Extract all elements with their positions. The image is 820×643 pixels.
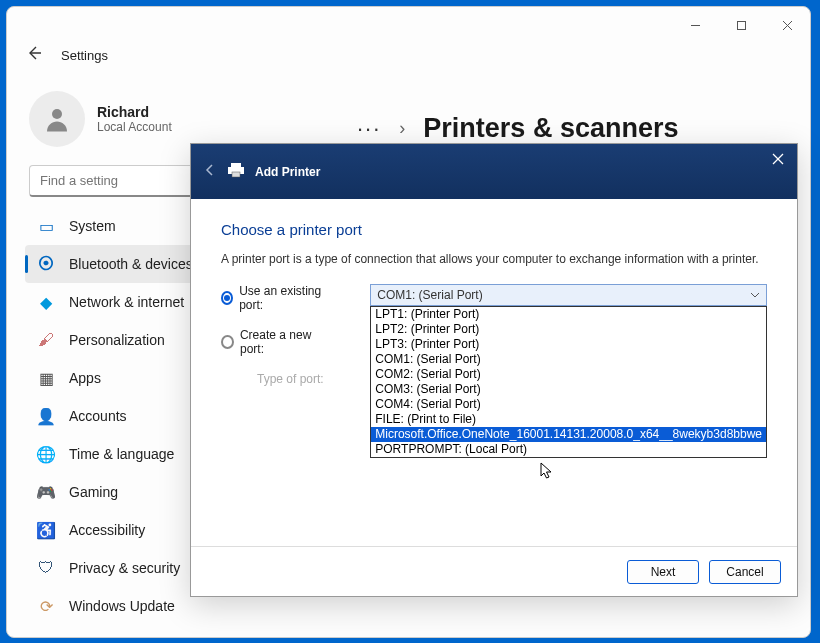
breadcrumb: ··· › Printers & scanners	[357, 113, 780, 144]
printer-icon	[227, 162, 245, 182]
port-combobox[interactable]: COM1: (Serial Port)	[370, 284, 767, 306]
add-printer-dialog: Add Printer Choose a printer port A prin…	[190, 143, 798, 597]
breadcrumb-overflow[interactable]: ···	[357, 116, 381, 142]
globe-icon: 🌐	[37, 445, 55, 464]
list-item[interactable]: LPT1: (Printer Port)	[371, 307, 766, 322]
close-button[interactable]	[764, 10, 810, 40]
maximize-button[interactable]	[718, 10, 764, 40]
dialog-title: Add Printer	[255, 165, 320, 179]
dialog-back-button[interactable]	[203, 163, 217, 181]
radio-use-existing-port[interactable]: Use an existing port:	[221, 284, 328, 312]
accessibility-icon: ♿	[37, 521, 55, 540]
radio-label: Create a new port:	[240, 328, 328, 356]
minimize-button[interactable]	[672, 10, 718, 40]
radio-create-new-port[interactable]: Create a new port:	[221, 328, 328, 356]
sidebar-item-label: Time & language	[69, 446, 174, 462]
user-block[interactable]: Richard Local Account	[29, 91, 277, 147]
radio-label: Use an existing port:	[239, 284, 328, 312]
radio-off-icon	[221, 335, 234, 349]
dialog-close-button[interactable]	[765, 148, 791, 170]
brush-icon: 🖌	[37, 331, 55, 349]
update-icon: ⟳	[37, 597, 55, 616]
apps-icon: ▦	[37, 369, 55, 388]
chevron-down-icon	[750, 290, 760, 300]
user-name: Richard	[97, 104, 172, 120]
display-icon: ▭	[37, 217, 55, 236]
header: Settings	[7, 43, 810, 73]
list-item[interactable]: COM3: (Serial Port)	[371, 382, 766, 397]
svg-rect-10	[232, 172, 240, 177]
svg-point-5	[52, 109, 62, 119]
sidebar-item-label: Accessibility	[69, 522, 145, 538]
sidebar-item-label: Privacy & security	[69, 560, 180, 576]
list-item[interactable]: FILE: (Print to File)	[371, 412, 766, 427]
sidebar-item-label: System	[69, 218, 116, 234]
back-button[interactable]	[25, 44, 43, 66]
dialog-heading: Choose a printer port	[221, 221, 767, 238]
sidebar-item-label: Windows Update	[69, 598, 175, 614]
list-item[interactable]: LPT2: (Printer Port)	[371, 322, 766, 337]
sidebar-item-label: Accounts	[69, 408, 127, 424]
sidebar-item-label: Bluetooth & devices	[69, 256, 193, 272]
shield-icon: 🛡	[37, 559, 55, 577]
sidebar-item-label: Gaming	[69, 484, 118, 500]
radio-on-icon	[221, 291, 233, 305]
dialog-header: Add Printer	[191, 144, 797, 199]
list-item[interactable]: COM2: (Serial Port)	[371, 367, 766, 382]
network-icon: ◆	[37, 293, 55, 312]
cancel-button[interactable]: Cancel	[709, 560, 781, 584]
gamepad-icon: 🎮	[37, 483, 55, 502]
port-listbox[interactable]: LPT1: (Printer Port) LPT2: (Printer Port…	[370, 306, 767, 458]
chevron-right-icon: ›	[399, 118, 405, 139]
list-item[interactable]: LPT3: (Printer Port)	[371, 337, 766, 352]
svg-rect-8	[231, 163, 241, 167]
sidebar-item-label: Personalization	[69, 332, 165, 348]
user-sub: Local Account	[97, 120, 172, 134]
next-button[interactable]: Next	[627, 560, 699, 584]
person-icon: 👤	[37, 407, 55, 426]
dialog-footer: Next Cancel	[191, 546, 797, 596]
titlebar	[7, 7, 810, 43]
page-title: Printers & scanners	[423, 113, 678, 144]
bluetooth-icon: ⦿	[37, 255, 55, 273]
svg-rect-1	[737, 21, 745, 29]
list-item[interactable]: COM1: (Serial Port)	[371, 352, 766, 367]
list-item[interactable]: PORTPROMPT: (Local Port)	[371, 442, 766, 457]
list-item[interactable]: COM4: (Serial Port)	[371, 397, 766, 412]
app-name: Settings	[61, 48, 108, 63]
sidebar-item-label: Apps	[69, 370, 101, 386]
dialog-body: Choose a printer port A printer port is …	[191, 199, 797, 546]
type-of-port-label: Type of port:	[221, 372, 328, 386]
list-item[interactable]: Microsoft.Office.OneNote_16001.14131.200…	[371, 427, 766, 442]
avatar	[29, 91, 85, 147]
sidebar-item-label: Network & internet	[69, 294, 184, 310]
dialog-description: A printer port is a type of connection t…	[221, 252, 767, 266]
combobox-value: COM1: (Serial Port)	[377, 288, 482, 302]
